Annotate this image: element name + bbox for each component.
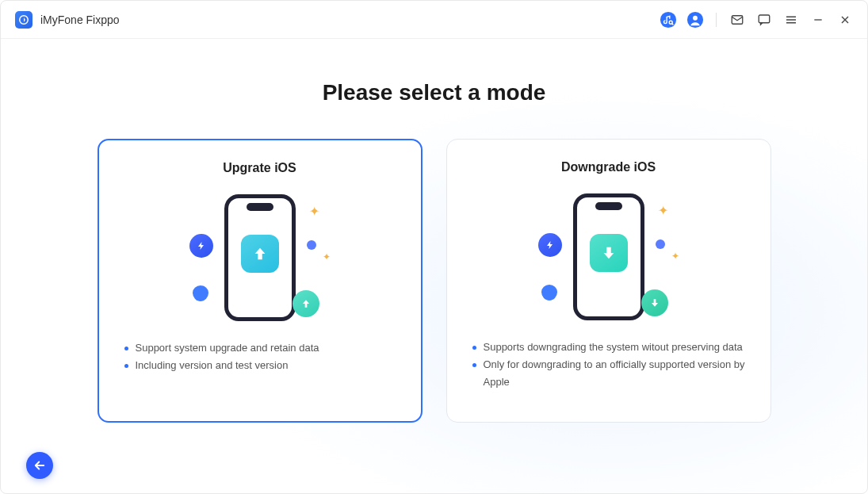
- sparkle-icon: ✦: [658, 203, 668, 218]
- music-search-icon[interactable]: [657, 9, 679, 31]
- back-button[interactable]: [26, 452, 53, 479]
- arrow-down-circle-icon: [641, 289, 668, 316]
- app-logo-icon: [15, 11, 33, 29]
- arrow-up-circle-icon: [293, 290, 319, 317]
- svg-rect-6: [759, 15, 770, 23]
- menu-icon[interactable]: [780, 9, 802, 31]
- sparkle-icon: ✦: [309, 204, 319, 219]
- dot-icon: [307, 240, 316, 250]
- titlebar-divider: [716, 13, 717, 27]
- shield-icon: [193, 285, 208, 301]
- svg-point-1: [660, 11, 676, 27]
- main-content: Please select a mode Upgrate iOS ✦ ✦: [1, 39, 867, 493]
- sparkle-icon: ✦: [671, 251, 679, 262]
- bullet-item: Supports downgrading the system witout p…: [472, 339, 745, 356]
- mail-icon[interactable]: [726, 9, 748, 31]
- sparkle-icon: ✦: [323, 251, 331, 262]
- svg-point-4: [693, 15, 698, 20]
- feedback-icon[interactable]: [753, 9, 775, 31]
- bolt-icon: [538, 233, 562, 257]
- card-title: Downgrade iOS: [561, 160, 656, 174]
- card-bullets: Support system upgrade and retain data I…: [121, 339, 399, 374]
- account-icon[interactable]: [684, 9, 706, 31]
- titlebar-actions: [657, 9, 856, 31]
- titlebar: iMyFone Fixppo: [1, 1, 867, 39]
- close-button[interactable]: [834, 9, 856, 31]
- minimize-button[interactable]: [807, 9, 829, 31]
- bullet-item: Only for downgrading to an officially su…: [472, 356, 745, 391]
- card-title: Upgrate iOS: [223, 161, 296, 175]
- card-bullets: Supports downgrading the system witout p…: [469, 339, 748, 391]
- mode-cards: Upgrate iOS ✦ ✦: [98, 139, 771, 423]
- downgrade-ios-card[interactable]: Downgrade iOS ✦ ✦: [446, 139, 771, 423]
- upgrade-illustration: ✦ ✦: [185, 190, 335, 328]
- bullet-item: Support system upgrade and retain data: [124, 339, 396, 357]
- upgrade-ios-card[interactable]: Upgrate iOS ✦ ✦: [98, 139, 423, 423]
- bolt-icon: [189, 234, 213, 258]
- page-title: Please select a mode: [323, 80, 546, 105]
- bullet-item: Including version and test version: [124, 357, 396, 374]
- app-window: iMyFone Fixppo: [0, 0, 868, 494]
- titlebar-brand: iMyFone Fixppo: [15, 11, 120, 29]
- arrow-up-icon: [241, 235, 279, 273]
- shield-icon: [541, 285, 557, 301]
- app-title: iMyFone Fixppo: [40, 13, 120, 26]
- downgrade-illustration: ✦ ✦: [533, 189, 684, 327]
- arrow-down-icon: [590, 234, 628, 272]
- dot-icon: [656, 239, 665, 249]
